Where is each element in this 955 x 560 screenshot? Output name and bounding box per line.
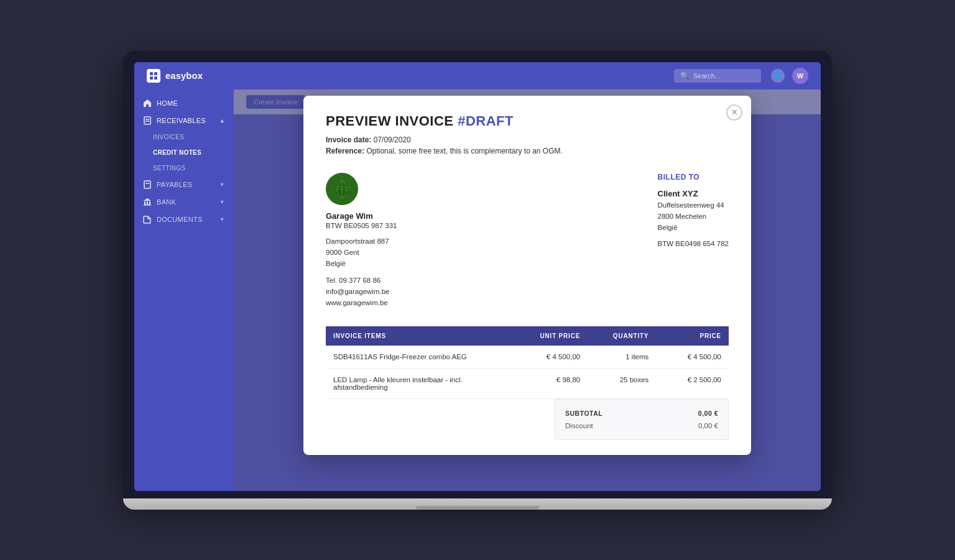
item-price: € 2 500,00: [656, 368, 729, 398]
parties-section: Garage Wim BTW BE0505 987 331 Dampoortst…: [326, 173, 729, 309]
discount-row: Discount 0,00 €: [565, 420, 718, 432]
sidebar-item-payables[interactable]: PAYABLES ▼: [134, 176, 234, 193]
svg-rect-1: [154, 72, 157, 75]
item-quantity: 25 boxes: [588, 368, 656, 398]
invoice-date-line: Invoice date: 07/09/2020: [326, 135, 729, 144]
sidebar-item-bank[interactable]: BANK ▼: [134, 193, 234, 211]
sidebar-item-home[interactable]: HOME: [134, 94, 234, 112]
topbar-icons: 🌐 W: [771, 68, 808, 84]
sender-party: Garage Wim BTW BE0505 987 331 Dampoortst…: [326, 173, 397, 309]
col-header-unit-price: UNIT PRICE: [507, 326, 588, 346]
table-row: LED Lamp - Alle kleuren instelbaar - inc…: [326, 368, 729, 398]
laptop-base: [123, 498, 832, 510]
invoice-table: INVOICE ITEMS UNIT PRICE QUANTITY PRICE: [326, 326, 729, 399]
payables-icon: [143, 180, 152, 189]
client-address: Duffelsesteenweg 44 2800 Mechelen België: [658, 200, 729, 234]
invoice-reference-line: Reference: Optional, some free text, thi…: [326, 147, 729, 155]
table-row: SDB41611AS Fridge-Freezer combo AEG € 4 …: [326, 346, 729, 369]
modal-body: PREVIEW INVOICE #DRAFT Invoice date: 07/…: [303, 96, 751, 455]
item-description: SDB41611AS Fridge-Freezer combo AEG: [326, 346, 507, 369]
svg-rect-11: [149, 201, 150, 204]
main-body: HOME RECEIVABLES ▲ INVOICES CREDIT NOTES: [134, 90, 821, 491]
client-name: Client XYZ: [658, 189, 729, 198]
sidebar-item-documents[interactable]: DOCUMENTS ▼: [134, 211, 234, 228]
totals-box: SUBTOTAL 0,00 € Discount 0,00 €: [555, 399, 729, 440]
svg-rect-4: [144, 117, 150, 124]
table-header-row: INVOICE ITEMS UNIT PRICE QUANTITY PRICE: [326, 326, 729, 346]
item-quantity: 1 items: [588, 346, 656, 369]
invoice-title: PREVIEW INVOICE #DRAFT: [326, 113, 729, 129]
company-address: Dampoortstraat 887 9000 Gent België: [326, 236, 397, 270]
receivables-icon: [143, 116, 152, 125]
sidebar-item-invoices[interactable]: INVOICES: [134, 129, 234, 145]
draft-badge: #DRAFT: [458, 113, 514, 129]
company-logo: [326, 173, 358, 205]
screen-bezel: easybox 🔍 Search... 🌐 W: [123, 51, 832, 498]
svg-rect-0: [150, 72, 153, 75]
app-logo: easybox: [147, 69, 203, 83]
logo-icon: [147, 69, 160, 83]
subtotal-value: 0,00 €: [698, 410, 718, 417]
svg-rect-12: [144, 204, 151, 206]
col-header-quantity: QUANTITY: [588, 326, 656, 346]
topbar: easybox 🔍 Search... 🌐 W: [134, 62, 821, 90]
preview-invoice-modal: ✕ PREVIEW INVOICE #DRAFT I: [303, 96, 751, 455]
svg-rect-7: [144, 181, 150, 188]
sidebar-item-credit-notes[interactable]: CREDIT NOTES: [134, 145, 234, 160]
documents-chevron: ▼: [219, 216, 225, 223]
totals-section: SUBTOTAL 0,00 € Discount 0,00 €: [326, 399, 729, 440]
svg-rect-2: [150, 76, 153, 80]
sidebar: HOME RECEIVABLES ▲ INVOICES CREDIT NOTES: [134, 90, 234, 491]
app-container: easybox 🔍 Search... 🌐 W: [134, 62, 821, 491]
search-icon: 🔍: [680, 71, 690, 80]
documents-icon: [143, 215, 152, 224]
home-icon: [143, 99, 152, 108]
payables-chevron: ▼: [219, 181, 225, 188]
laptop-screen: easybox 🔍 Search... 🌐 W: [134, 62, 821, 491]
bank-icon: [143, 198, 152, 206]
globe-icon[interactable]: 🌐: [771, 69, 785, 83]
item-unit-price: € 98,80: [507, 368, 588, 398]
modal-overlay: ✕ PREVIEW INVOICE #DRAFT I: [234, 90, 821, 491]
company-logo-svg: [328, 175, 356, 203]
svg-rect-9: [144, 201, 145, 204]
company-name: Garage Wim: [326, 211, 397, 221]
search-placeholder: Search...: [693, 72, 721, 80]
item-description: LED Lamp - Alle kleuren instelbaar - inc…: [326, 368, 507, 398]
user-avatar[interactable]: W: [792, 68, 808, 84]
sidebar-item-settings[interactable]: SETTINGS: [134, 160, 234, 176]
bank-chevron: ▼: [219, 199, 225, 205]
app-name: easybox: [165, 70, 203, 81]
client-vat: BTW BE0498 654 782: [658, 240, 729, 247]
company-vat: BTW BE0505 987 331: [326, 222, 397, 229]
col-header-items: INVOICE ITEMS: [326, 326, 507, 346]
col-header-price: PRICE: [656, 326, 729, 346]
svg-rect-3: [154, 76, 157, 80]
modal-close-button[interactable]: ✕: [726, 104, 742, 121]
svg-rect-10: [147, 201, 148, 204]
recipient-party: BILLED TO Client XYZ Duffelsesteenweg 44…: [658, 173, 729, 309]
search-box[interactable]: 🔍 Search...: [674, 69, 761, 83]
content-area: Create Invoice ✕ PREVIEW INVOICE: [234, 90, 821, 491]
laptop-shell: easybox 🔍 Search... 🌐 W: [123, 51, 832, 510]
sidebar-item-receivables[interactable]: RECEIVABLES ▲: [134, 112, 234, 129]
item-unit-price: € 4 500,00: [507, 346, 588, 369]
company-contact: Tel. 09 377 68 86 info@garagewim.be www.…: [326, 275, 397, 309]
subtotal-label: SUBTOTAL: [565, 410, 602, 417]
billed-to-label: BILLED TO: [658, 173, 729, 181]
receivables-chevron: ▲: [219, 117, 225, 124]
discount-value: 0,00 €: [698, 422, 718, 429]
discount-label: Discount: [565, 422, 593, 429]
subtotal-row: SUBTOTAL 0,00 €: [565, 407, 718, 420]
item-price: € 4 500,00: [656, 346, 729, 369]
